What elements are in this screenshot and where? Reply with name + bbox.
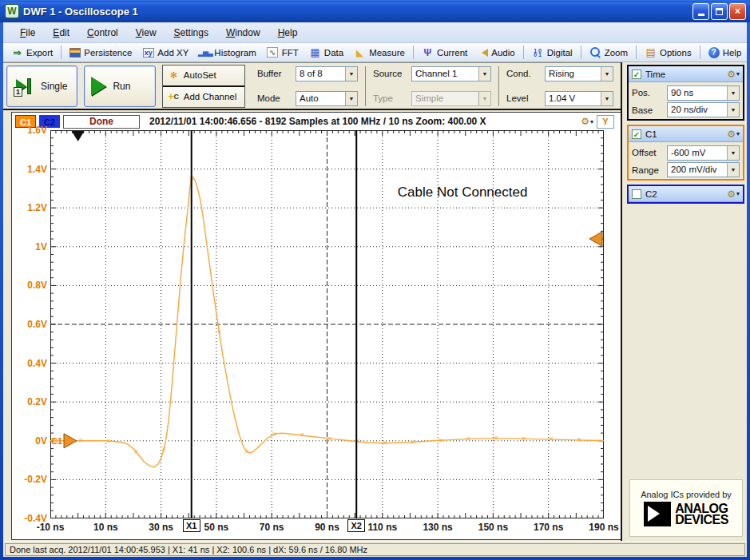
sample-marker: × (522, 435, 526, 443)
channel1-checkbox[interactable]: ✓ (632, 129, 641, 139)
cursor-label-x2[interactable]: X2 (347, 519, 365, 532)
x-axis-tick-label: 90 ns (304, 522, 351, 533)
annotation-cable-not-connected: Cable Not Connected (398, 185, 528, 200)
analog-devices-icon (644, 502, 671, 526)
title-bar[interactable]: W DWF 1 - Oscilloscope 1 × (0, 0, 750, 22)
toolbar-digital-button[interactable]: Digital (527, 45, 577, 60)
menu-file[interactable]: File (11, 27, 44, 38)
toolbar-measure-button[interactable]: Measure (349, 45, 410, 60)
source-value: Channel 1 (412, 67, 478, 81)
cond-label: Cond. (506, 69, 540, 78)
time-base-select[interactable]: 20 ns/div ▼ (667, 102, 740, 117)
y-axis-button[interactable]: Y (597, 115, 614, 129)
sample-marker: × (216, 328, 221, 336)
dropdown-arrow-icon: ▼ (601, 67, 613, 81)
menu-help[interactable]: Help (269, 27, 307, 38)
app-window: W DWF 1 - Oscilloscope 1 × FileEditContr… (0, 0, 750, 560)
source-label: Source (373, 69, 407, 78)
mode-select[interactable]: Auto▼ (296, 91, 358, 106)
add-xy-icon (142, 46, 154, 58)
autoset-button[interactable]: AutoSet (163, 66, 244, 85)
channel1-options-button[interactable]: ⚙▾ (727, 129, 740, 140)
buffer-select[interactable]: 8 of 8▼ (296, 66, 358, 81)
toolbar-data-button[interactable]: Data (304, 45, 348, 60)
level-select[interactable]: 1.04 V▼ (545, 91, 613, 106)
plot-options-button[interactable]: ⚙ ▾ (581, 116, 593, 127)
type-field: TypeSimple▼ (373, 91, 491, 106)
window-title: DWF 1 - Oscilloscope 1 (23, 6, 691, 18)
toolbar-label: Export (26, 48, 53, 58)
toolbar-label: Measure (369, 48, 405, 58)
single-icon: 1 (14, 76, 34, 97)
buffer-field: Buffer8 of 8▼ (257, 66, 358, 81)
channel1-offset-label: Offset (632, 148, 664, 157)
zoom-tool-icon (589, 46, 601, 58)
menu-window[interactable]: Window (217, 27, 269, 38)
mode-value: Auto (296, 92, 345, 105)
run-button[interactable]: Run (84, 66, 155, 107)
cond-select[interactable]: Rising▼ (545, 66, 613, 81)
toolbar-separator (581, 46, 581, 59)
toolbar-add-xy-button[interactable]: Add XY (137, 45, 193, 60)
toolbar-zoom-button[interactable]: Zoom (585, 45, 633, 60)
channel2-options-button[interactable]: ⚙▾ (727, 189, 740, 200)
toolbar-label: Audio (491, 48, 514, 58)
sample-marker: × (161, 445, 166, 454)
plot-header: C1 C2 Done 2012/11/01 14:00:46.656 - 819… (15, 114, 617, 129)
menu-settings[interactable]: Settings (165, 27, 217, 38)
dropdown-arrow-icon: ▼ (478, 67, 490, 81)
channel1-offset-marker[interactable] (64, 434, 77, 448)
cursor-label-x1[interactable]: X1 (183, 519, 200, 532)
channel1-group: ✓ C1 ⚙▾ Offset -600 mV ▼ R (627, 125, 744, 181)
toolbar-audio-button[interactable]: Audio (473, 46, 519, 59)
toolbar-export-button[interactable]: Export (6, 45, 58, 60)
dropdown-arrow-icon: ▼ (727, 86, 739, 100)
toolbar-help-button[interactable]: Help (704, 46, 747, 60)
toolbar-options-button[interactable]: Options (640, 45, 696, 60)
channel1-range-select[interactable]: 200 mV/div ▼ (667, 162, 740, 177)
analog-devices-logo: Analog ICs provided by ANALOG DEVICES (629, 479, 743, 537)
run-icon (91, 77, 106, 96)
time-checkbox[interactable]: ✓ (632, 70, 641, 79)
toolbar-label: Help (723, 48, 742, 58)
toolbar-label: Options (660, 48, 692, 58)
waveform-plot[interactable]: Cable Not Connected××××××××××××××××××××C… (50, 130, 604, 518)
time-position-select[interactable]: 90 ns ▼ (667, 85, 740, 101)
help-icon (708, 47, 720, 58)
menu-view[interactable]: View (127, 27, 165, 38)
minimize-button[interactable] (692, 3, 709, 20)
toolbar-fft-button[interactable]: FFT (262, 45, 304, 60)
channel2-group-header: C2 ⚙▾ (629, 186, 743, 202)
channel1-offset-marker-label: C1 (51, 436, 62, 446)
toolbar-current-button[interactable]: Current (417, 45, 472, 60)
options-icon (645, 46, 657, 58)
toolbar-histogram-button[interactable]: Histogram (194, 45, 260, 60)
level-field: Level1.04 V▼ (506, 91, 613, 106)
time-options-button[interactable]: ⚙▾ (727, 69, 740, 80)
autoset-button-label: AutoSet (184, 70, 216, 80)
type-select[interactable]: Simple▼ (411, 91, 491, 106)
app-body: FileEditControlViewSettingsWindowHelp Ex… (3, 22, 747, 557)
time-base-label: Base (632, 105, 664, 115)
add-channel-button[interactable]: Add Channel (163, 85, 244, 107)
trigger-level-marker[interactable] (589, 232, 602, 246)
y-axis-tick-label: 1.6V (14, 125, 47, 136)
channel1-offset-select[interactable]: -600 mV ▼ (667, 145, 740, 161)
toolbar-persistence-button[interactable]: Persistence (65, 46, 137, 59)
y-axis-tick-label: 0.4V (14, 358, 47, 369)
close-button[interactable]: × (729, 3, 746, 20)
trigger-position-marker[interactable] (72, 131, 85, 141)
sample-marker: × (577, 435, 581, 444)
single-button[interactable]: 1 Single (6, 66, 77, 107)
close-icon: × (735, 6, 740, 17)
digital-icon (532, 46, 544, 58)
histogram-icon (199, 46, 211, 58)
channel2-checkbox[interactable] (632, 189, 641, 199)
menu-edit[interactable]: Edit (44, 27, 78, 38)
source-select[interactable]: Channel 1▼ (411, 66, 491, 81)
scope-region: 1 Single Run AutoSet (3, 62, 622, 541)
maximize-button[interactable] (711, 3, 728, 20)
dropdown-arrow-icon: ▼ (727, 146, 739, 160)
menu-control[interactable]: Control (78, 27, 127, 38)
autoset-wand-icon (168, 70, 180, 81)
